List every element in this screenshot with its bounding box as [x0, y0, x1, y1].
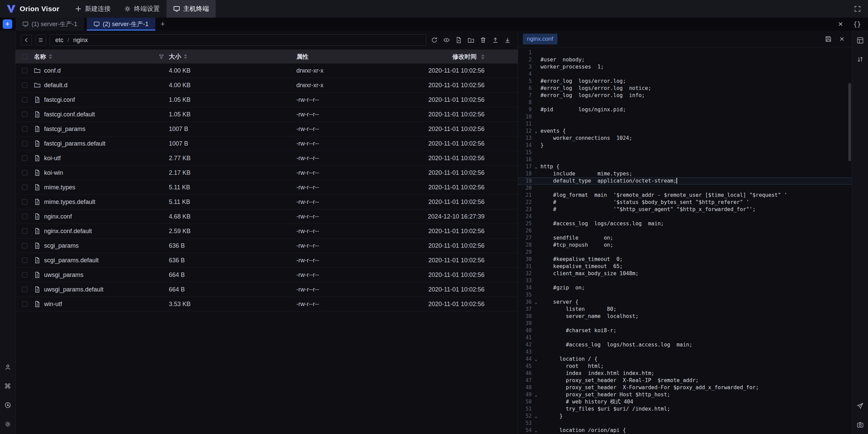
file-name[interactable]: fastcgi.conf.default: [44, 111, 95, 118]
code-line[interactable]: 27 sendfile on;: [518, 234, 852, 242]
code-line[interactable]: 44⌄ location / {: [518, 356, 852, 363]
back-button[interactable]: [21, 35, 32, 45]
editor-code[interactable]: 12#user nobody;3worker_processes 1;45#er…: [518, 48, 852, 434]
file-name[interactable]: fastcgi_params: [44, 126, 85, 133]
code-line[interactable]: 29: [518, 249, 852, 256]
code-line[interactable]: 34 #gzip on;: [518, 284, 852, 291]
code-line[interactable]: 24: [518, 213, 852, 220]
row-checkbox[interactable]: [22, 228, 27, 234]
code-line[interactable]: 8: [518, 99, 852, 106]
code-line[interactable]: 3worker_processes 1;: [518, 63, 852, 71]
code-line[interactable]: 31 keepalive_timeout 65;: [518, 263, 852, 270]
file-name[interactable]: scgi_params: [44, 242, 79, 249]
code-line[interactable]: 19 default_type application/octet-stream…: [518, 177, 852, 185]
new-folder-icon[interactable]: [466, 35, 476, 45]
code-line[interactable]: 22 # '$status $body_bytes_sent "$http_re…: [518, 199, 852, 206]
column-header-mtime[interactable]: 修改时间: [452, 53, 477, 60]
code-line[interactable]: 40 #charset koi8-r;: [518, 327, 852, 334]
sort-name-icon[interactable]: [49, 54, 52, 59]
fold-toggle-icon[interactable]: ⌄: [532, 391, 540, 398]
path-breadcrumb[interactable]: etc / nginx: [50, 34, 426, 46]
code-line[interactable]: 53: [518, 420, 852, 427]
table-row[interactable]: fastcgi.conf1.05 KB-rw-r--r--2020-11-01 …: [16, 93, 518, 107]
column-header-size[interactable]: 大小: [169, 53, 181, 61]
file-name[interactable]: uwsgi_params.default: [44, 286, 103, 293]
code-line[interactable]: 47 proxy_set_header X-Real-IP $remote_ad…: [518, 377, 852, 384]
close-panel-icon[interactable]: ×: [836, 20, 845, 29]
table-row[interactable]: default.d4.00 KBdrwxr-xr-x2020-11-01 10:…: [16, 78, 518, 93]
table-row[interactable]: koi-win2.17 KB-rw-r--r--2020-11-01 10:02…: [16, 166, 518, 180]
braces-icon[interactable]: {}: [850, 20, 864, 28]
row-checkbox[interactable]: [22, 97, 27, 102]
table-row[interactable]: scgi_params.default636 B-rw-r--r--2020-1…: [16, 253, 518, 268]
table-row[interactable]: mime.types.default5.11 KB-rw-r--r--2020-…: [16, 195, 518, 209]
row-checkbox[interactable]: [22, 301, 27, 307]
download-icon[interactable]: [503, 35, 512, 45]
tab-server-1[interactable]: (1) server-生产-1: [16, 18, 84, 31]
code-line[interactable]: 6#error_log logs/error.log notice;: [518, 85, 852, 92]
file-name[interactable]: mime.types.default: [44, 199, 95, 206]
table-row[interactable]: conf.d4.00 KBdrwxr-xr-x2020-11-01 10:02:…: [16, 63, 518, 78]
code-line[interactable]: 38 server_name localhost;: [518, 313, 852, 320]
code-line[interactable]: 45 root html;: [518, 363, 852, 370]
code-line[interactable]: 21 #log_format main '$remote_addr - $rem…: [518, 192, 852, 199]
code-line[interactable]: 54⌄ location /orion/api {: [518, 427, 852, 434]
upload-icon[interactable]: [491, 35, 500, 45]
table-row[interactable]: nginx.conf.default2.59 KB-rw-r--r--2020-…: [16, 224, 518, 239]
code-line[interactable]: 36⌄ server {: [518, 299, 852, 306]
code-line[interactable]: 26: [518, 227, 852, 234]
editor-scrollbar-thumb[interactable]: [848, 83, 851, 161]
fold-toggle-icon[interactable]: ⌄: [532, 356, 540, 363]
fold-toggle-icon[interactable]: ⌄: [532, 128, 540, 135]
file-name[interactable]: conf.d: [44, 67, 61, 74]
code-line[interactable]: 11: [518, 120, 852, 128]
theme-icon[interactable]: [3, 400, 13, 410]
code-line[interactable]: 20: [518, 185, 852, 192]
refresh-icon[interactable]: [430, 35, 439, 45]
code-line[interactable]: 12⌄events {: [518, 128, 852, 135]
fold-toggle-icon[interactable]: ⌄: [532, 413, 540, 420]
code-line[interactable]: 28 #tcp_nopush on;: [518, 242, 852, 249]
tab-server-2[interactable]: (2) server-生产-1: [87, 18, 155, 31]
file-name[interactable]: nginx.conf: [44, 213, 72, 220]
row-checkbox[interactable]: [22, 126, 27, 132]
file-name[interactable]: nginx.conf.default: [44, 228, 92, 235]
code-line[interactable]: 32 client_max_body_size 1048m;: [518, 270, 852, 277]
row-checkbox[interactable]: [22, 170, 27, 175]
table-row[interactable]: fastcgi_params.default1007 B-rw-r--r--20…: [16, 136, 518, 151]
row-checkbox[interactable]: [22, 68, 27, 73]
code-line[interactable]: 48 proxy_set_header X-Forwarded-For $pro…: [518, 384, 852, 391]
fold-toggle-icon[interactable]: ⌄: [532, 427, 540, 434]
file-name[interactable]: default.d: [44, 82, 67, 89]
shortcut-command-icon[interactable]: ⌘: [3, 381, 13, 391]
code-line[interactable]: 33: [518, 277, 852, 284]
nav-item-new-connection[interactable]: 新建连接: [68, 0, 117, 18]
code-line[interactable]: 39: [518, 320, 852, 327]
breadcrumb-segment[interactable]: etc: [55, 37, 63, 44]
code-line[interactable]: 16: [518, 156, 852, 163]
table-row[interactable]: uwsgi_params664 B-rw-r--r--2020-11-01 10…: [16, 268, 518, 282]
row-checkbox[interactable]: [22, 272, 27, 278]
code-line[interactable]: 4: [518, 71, 852, 78]
file-name[interactable]: uwsgi_params: [44, 271, 83, 279]
open-file-tag[interactable]: nginx.conf: [523, 34, 557, 44]
new-terminal-button[interactable]: +: [3, 19, 12, 29]
screenshot-camera-icon[interactable]: [855, 420, 865, 430]
fold-toggle-icon[interactable]: ⌄: [532, 299, 540, 306]
settings-gear-icon[interactable]: [3, 419, 13, 429]
file-name[interactable]: fastcgi_params.default: [44, 140, 105, 147]
sort-mtime-icon[interactable]: [481, 54, 485, 59]
code-line[interactable]: 35: [518, 291, 852, 299]
code-line[interactable]: 2#user nobody;: [518, 56, 852, 63]
sort-size-icon[interactable]: [184, 54, 187, 59]
code-line[interactable]: 9#pid logs/nginx.pid;: [518, 106, 852, 113]
code-line[interactable]: 46 index index.html index.htm;: [518, 370, 852, 377]
code-line[interactable]: 25 #access_log logs/access.log main;: [518, 220, 852, 227]
row-checkbox[interactable]: [22, 287, 27, 292]
table-row[interactable]: fastcgi.conf.default1.05 KB-rw-r--r--202…: [16, 107, 518, 122]
file-name[interactable]: mime.types: [44, 184, 75, 191]
code-line[interactable]: 1: [518, 49, 852, 56]
table-row[interactable]: mime.types5.11 KB-rw-r--r--2020-11-01 10…: [16, 180, 518, 195]
code-line[interactable]: 43: [518, 348, 852, 356]
code-line[interactable]: 17⌄http {: [518, 163, 852, 170]
